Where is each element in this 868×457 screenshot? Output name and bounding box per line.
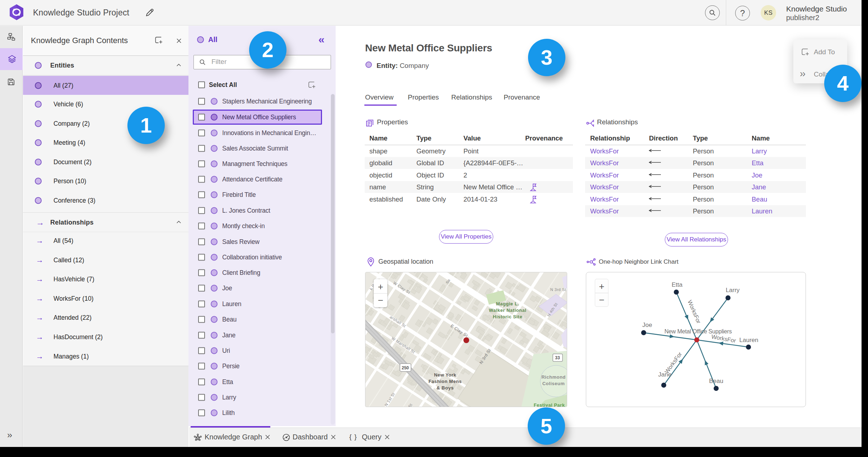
svg-text:Walker National: Walker National	[489, 308, 527, 313]
svg-text:N 3rd St: N 3rd St	[550, 287, 566, 292]
svg-text:Etta: Etta	[672, 281, 683, 288]
svg-text:Richmond: Richmond	[541, 374, 566, 380]
svg-text:New Metal Office Suppliers: New Metal Office Suppliers	[664, 328, 732, 334]
svg-text:250: 250	[402, 365, 409, 370]
svg-text:Fashion Mens: Fashion Mens	[429, 379, 462, 384]
svg-text:Coliseum: Coliseum	[542, 381, 565, 386]
svg-text:33: 33	[555, 355, 560, 360]
svg-text:Larry: Larry	[726, 287, 740, 294]
svg-text:& Boys: & Boys	[437, 385, 454, 391]
svg-text:Festival Park: Festival Park	[534, 402, 565, 407]
svg-text:Historic Site: Historic Site	[493, 314, 522, 319]
svg-text:Lauren: Lauren	[739, 337, 759, 343]
svg-text:New York: New York	[434, 372, 456, 378]
svg-text:Maggie L.: Maggie L.	[496, 301, 519, 306]
svg-text:Joe: Joe	[642, 322, 652, 328]
svg-text:Beau: Beau	[709, 378, 723, 384]
